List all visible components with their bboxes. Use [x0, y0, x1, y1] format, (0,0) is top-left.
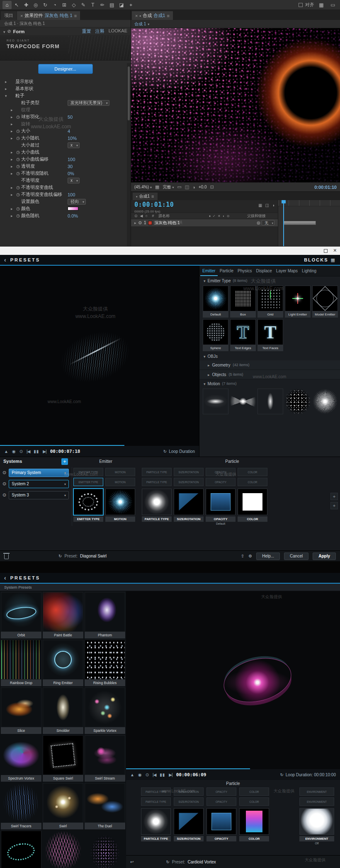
close-icon[interactable]: [135, 13, 138, 18]
emitter-type-item[interactable]: Light Emitter: [285, 286, 311, 318]
preset-item[interactable]: Rising Bubbles: [85, 640, 125, 686]
block-mini-tile[interactable]: COLOR: [238, 478, 267, 486]
effect-param-row[interactable]: 不透明度变曲线偏移 100: [0, 191, 131, 198]
preset-item[interactable]: Rainbow Drop: [1, 640, 41, 686]
draft3d-icon[interactable]: [265, 203, 269, 208]
param-value[interactable]: 4: [68, 129, 70, 134]
presets-back-button[interactable]: PRESETS: [4, 257, 40, 263]
emitter-type-item[interactable]: Model Emitter: [312, 286, 338, 318]
twirl-icon[interactable]: [11, 136, 15, 140]
effect-param-row[interactable]: 基本形状: [0, 85, 131, 92]
preset-item[interactable]: Square Swirl: [43, 735, 83, 782]
block-tile[interactable]: PARTICLE TYPE: [142, 489, 172, 522]
preset-item[interactable]: Ring Emitter: [43, 640, 83, 686]
param-value[interactable]: 发光球形(无景深): [68, 100, 109, 106]
blocks-button[interactable]: BLOCKS: [304, 257, 336, 263]
loop-duration[interactable]: Loop Duration: [163, 449, 195, 454]
designer-tab[interactable]: Lighting: [300, 266, 318, 276]
tab-effect-controls[interactable]: 效果控件 深灰色 纯色 1: [17, 11, 80, 20]
motion-item[interactable]: [257, 389, 283, 414]
window-close-icon[interactable]: [333, 248, 337, 253]
system-visibility-toggle[interactable]: [2, 481, 6, 487]
effect-param-row[interactable]: 显示形状: [0, 78, 131, 85]
presets-back-button[interactable]: PRESETS: [4, 575, 40, 581]
effect-param-row[interactable]: 不透明度 x: [0, 177, 131, 184]
system-row[interactable]: System 3: [0, 489, 71, 501]
effect-param-row[interactable]: 大小超过 x: [0, 142, 131, 149]
effect-param-row[interactable]: 透明度 30: [0, 163, 131, 170]
block-mini-tile[interactable]: OPACITY: [206, 468, 236, 476]
cancel-button[interactable]: Cancel: [284, 553, 308, 560]
twirl-icon[interactable]: [11, 157, 15, 161]
time-ruler[interactable]: [278, 200, 340, 246]
system-select[interactable]: Primary System: [9, 469, 69, 477]
param-value[interactable]: 0%: [68, 171, 74, 176]
pause-button[interactable]: [34, 449, 39, 454]
tab-project[interactable]: 项目: [1, 11, 17, 20]
block-mini-tile[interactable]: EMITTER TYPE: [73, 468, 103, 476]
motion-item[interactable]: [312, 389, 338, 414]
twirl-closed-icon[interactable]: [134, 220, 136, 225]
preview-viewport[interactable]: 00:00:07:18 Loop Duration: [0, 266, 199, 457]
toolbar-tool-icon[interactable]: ✎: [79, 1, 88, 9]
block-mini-tile[interactable]: PARTICLE TYPE: [141, 797, 171, 806]
param-value[interactable]: 100: [68, 192, 75, 197]
align-checkbox[interactable]: [299, 3, 303, 7]
preset-item[interactable]: Sparkle Vortex: [85, 687, 125, 734]
eye-icon[interactable]: [134, 214, 138, 218]
add-system-button[interactable]: [61, 458, 68, 465]
twirl-icon[interactable]: [5, 94, 9, 98]
block-mini-tile[interactable]: ENVIRONMENT: [299, 787, 334, 796]
effect-param-row[interactable]: 不透明度随机 0%: [0, 170, 131, 177]
layer-color-chip[interactable]: [148, 221, 152, 225]
motion-blur-icon[interactable]: [272, 203, 274, 208]
block-mini-tile[interactable]: PARTICLE TYPE: [141, 787, 171, 796]
block-mini-tile[interactable]: ENVIRONMENT: [299, 797, 334, 806]
comp-mini-flowchart-icon[interactable]: [258, 203, 262, 208]
param-value[interactable]: 30: [68, 164, 73, 169]
render-preview-icon[interactable]: [138, 773, 142, 777]
block-tile[interactable]: PARTICLE TYPE: [141, 808, 171, 841]
toolbar-tool-icon[interactable]: ◎: [31, 1, 40, 9]
block-mini-tile[interactable]: MOTION: [105, 478, 135, 486]
trash-icon[interactable]: [4, 554, 9, 559]
motion-item[interactable]: [230, 389, 256, 414]
export-icon[interactable]: [241, 554, 244, 558]
block-mini-tile[interactable]: OPACITY: [206, 478, 236, 486]
preview-viewport[interactable]: [126, 591, 340, 769]
solo-icon[interactable]: [145, 214, 147, 218]
current-time-indicator[interactable]: [283, 200, 284, 246]
toolbar-tool-icon[interactable]: ↻: [41, 1, 50, 9]
stopwatch-icon[interactable]: [15, 136, 21, 140]
param-value[interactable]: 0.0%: [68, 213, 78, 218]
emitter-type-item[interactable]: Text Edges: [230, 319, 256, 351]
block-tile[interactable]: OPACITY Default: [206, 489, 236, 526]
block-mini-tile[interactable]: SIZE/ROTATION: [174, 797, 204, 806]
transparency-grid-icon[interactable]: [185, 184, 189, 190]
layer-row[interactable]: 1 深灰色 纯色 1 无: [131, 219, 278, 227]
stopwatch-icon[interactable]: [15, 157, 21, 161]
grid-guides-icon[interactable]: [155, 184, 159, 190]
objs-section-header[interactable]: OBJs: [199, 352, 340, 360]
block-tile[interactable]: COLOR: [239, 808, 269, 841]
twirl-icon[interactable]: [11, 108, 15, 112]
block-mini-tile[interactable]: OPACITY: [206, 787, 236, 796]
viewer-tab[interactable]: 合成 1: [134, 21, 146, 27]
effect-param-row[interactable]: 设置颜色 径向: [0, 198, 131, 205]
block-tile[interactable]: COLOR: [238, 489, 267, 522]
block-mini-tile[interactable]: SIZE/ROTATION: [174, 468, 204, 476]
preset-item[interactable]: Spectrum Vortex: [1, 735, 41, 782]
preset-item[interactable]: Phantom: [85, 592, 125, 638]
param-value[interactable]: 10%: [68, 136, 77, 141]
stopwatch-icon[interactable]: [15, 213, 21, 218]
render-preview-icon[interactable]: [12, 449, 16, 454]
param-value[interactable]: x: [68, 142, 80, 148]
objs-category-row[interactable]: Objects (5 items): [199, 370, 340, 379]
reset-link[interactable]: 重置: [82, 28, 91, 34]
stopwatch-icon[interactable]: [15, 129, 21, 133]
effect-param-row[interactable]: 颜色随机 0.0%: [0, 212, 131, 219]
layer-duration-bar[interactable]: [283, 221, 316, 225]
effect-param-row[interactable]: 颜色: [0, 205, 131, 212]
block-mini-tile[interactable]: COLOR: [238, 468, 267, 476]
gear-icon[interactable]: [248, 554, 252, 558]
